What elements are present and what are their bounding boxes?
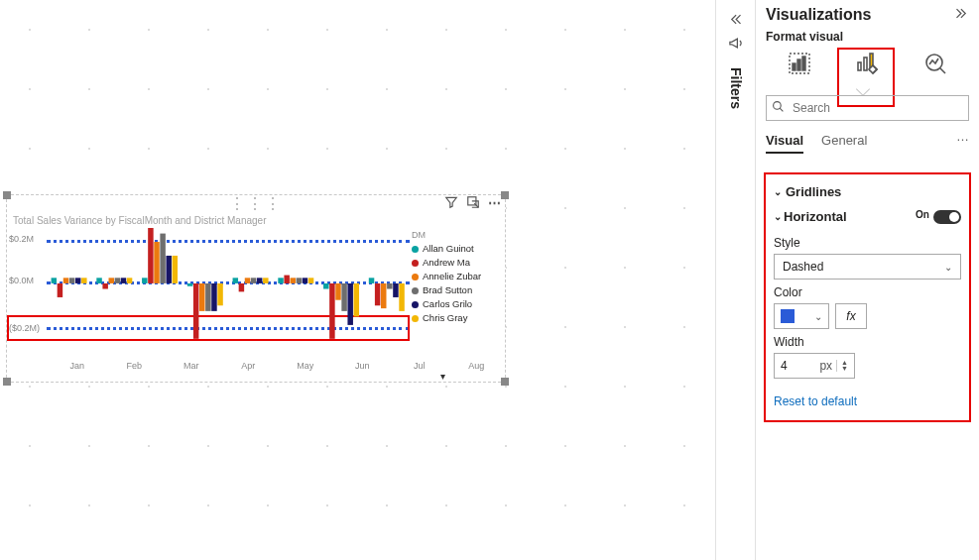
style-dropdown[interactable]: Dashed ⌄ xyxy=(774,254,961,280)
legend-item[interactable]: Brad Sutton xyxy=(412,283,503,297)
svg-rect-8 xyxy=(102,283,107,289)
focus-mode-icon[interactable] xyxy=(466,195,480,212)
tab-general[interactable]: General xyxy=(821,129,867,154)
color-label: Color xyxy=(774,285,961,299)
report-canvas[interactable]: ⋮⋮⋮ ⋯ Total Sales Variance by FiscalMont… xyxy=(0,0,715,560)
announce-icon[interactable] xyxy=(728,36,743,54)
svg-rect-38 xyxy=(329,283,334,339)
step-down-icon[interactable]: ▼ xyxy=(841,366,848,372)
legend-item[interactable]: Carlos Grilo xyxy=(412,297,503,311)
legend-item[interactable]: Annelie Zubar xyxy=(412,270,503,283)
svg-rect-27 xyxy=(245,278,250,283)
svg-rect-7 xyxy=(96,278,101,283)
legend-item-label: Andrew Ma xyxy=(423,256,470,270)
legend-item[interactable]: Andrew Ma xyxy=(412,256,503,270)
svg-rect-50 xyxy=(793,63,795,70)
visual-header[interactable]: ⋮⋮⋮ ⋯ xyxy=(7,195,505,213)
resize-handle[interactable] xyxy=(3,378,11,386)
filters-pane-label[interactable]: Filters xyxy=(728,67,744,109)
svg-rect-51 xyxy=(797,59,800,70)
chart-plot-area: $0.2M $0.0M ($0.2M) xyxy=(7,228,410,361)
tab-visual[interactable]: Visual xyxy=(766,129,803,154)
svg-rect-48 xyxy=(399,283,404,311)
svg-rect-5 xyxy=(75,278,80,283)
horizontal-header[interactable]: ⌄ Horizontal On xyxy=(774,203,961,230)
svg-rect-54 xyxy=(864,57,867,70)
svg-rect-53 xyxy=(858,62,861,70)
color-swatch xyxy=(781,309,795,323)
svg-rect-6 xyxy=(81,278,86,283)
svg-rect-47 xyxy=(393,283,398,297)
filter-icon[interactable] xyxy=(444,195,458,212)
legend-item-label: Carlos Grilo xyxy=(423,297,472,311)
svg-rect-44 xyxy=(375,283,380,305)
legend-item[interactable]: Chris Gray xyxy=(412,311,503,325)
build-visual-button[interactable] xyxy=(782,48,817,79)
x-axis-tick: Jul xyxy=(391,361,448,371)
svg-rect-43 xyxy=(369,278,374,283)
svg-rect-3 xyxy=(63,278,68,283)
width-value: 4 xyxy=(781,359,788,373)
svg-rect-22 xyxy=(205,283,210,311)
horizontal-label: Horizontal xyxy=(784,209,847,224)
svg-rect-10 xyxy=(115,278,120,283)
gridlines-section: ⌄ Gridlines ⌄ Horizontal On Style Dashed… xyxy=(764,172,971,422)
legend-item[interactable]: Allan Guinot xyxy=(412,242,503,256)
svg-rect-19 xyxy=(187,283,192,286)
svg-rect-2 xyxy=(58,283,62,297)
x-axis-tick: Apr xyxy=(220,361,278,371)
legend-overflow-icon[interactable]: ▾ xyxy=(7,371,505,382)
svg-point-57 xyxy=(774,102,782,110)
width-label: Width xyxy=(774,335,961,349)
svg-rect-32 xyxy=(284,276,289,283)
svg-rect-4 xyxy=(69,278,74,283)
legend-dot-icon xyxy=(412,274,419,280)
chevron-down-icon: ⌄ xyxy=(944,262,952,273)
svg-rect-36 xyxy=(308,278,313,283)
svg-rect-33 xyxy=(291,278,296,283)
legend-dot-icon xyxy=(412,246,419,253)
x-axis-tick: May xyxy=(277,361,334,371)
width-stepper[interactable]: 4 px ▲ ▼ xyxy=(774,353,855,379)
svg-rect-12 xyxy=(127,278,132,283)
resize-handle[interactable] xyxy=(501,378,509,386)
x-axis-tick: Feb xyxy=(106,361,164,371)
x-axis-tick: Jan xyxy=(49,361,106,371)
expand-panel-icon[interactable] xyxy=(954,6,969,24)
search-input[interactable] xyxy=(766,95,969,121)
drag-grip-icon[interactable]: ⋮⋮⋮ xyxy=(229,201,283,207)
x-axis-tick: Jun xyxy=(334,361,392,371)
svg-rect-21 xyxy=(199,283,204,311)
x-axis: JanFebMarAprMayJunJulAug xyxy=(7,361,505,371)
gridlines-header[interactable]: ⌄ Gridlines xyxy=(774,180,961,203)
collapse-panel-icon[interactable] xyxy=(728,12,743,30)
reset-to-default-link[interactable]: Reset to default xyxy=(774,394,961,408)
svg-rect-11 xyxy=(121,278,126,283)
svg-rect-41 xyxy=(347,283,352,325)
analytics-button[interactable] xyxy=(918,48,953,79)
svg-rect-24 xyxy=(217,283,222,305)
svg-rect-17 xyxy=(166,256,171,283)
svg-rect-26 xyxy=(239,283,244,291)
panel-subtitle: Format visual xyxy=(756,30,979,44)
more-options-icon[interactable]: ⋯ xyxy=(488,195,501,212)
svg-rect-20 xyxy=(193,283,198,339)
svg-rect-45 xyxy=(381,283,386,308)
visualizations-panel: Visualizations Format visual xyxy=(755,0,979,560)
tabs-overflow-icon[interactable]: … xyxy=(956,129,969,154)
toggle-knob xyxy=(949,212,959,222)
y-axis-tick: $0.0M xyxy=(9,276,34,285)
panel-title: Visualizations xyxy=(766,6,871,24)
svg-rect-25 xyxy=(233,278,238,283)
legend-dot-icon xyxy=(412,301,419,308)
svg-rect-13 xyxy=(142,278,147,283)
conditional-format-button[interactable]: fx xyxy=(835,303,867,329)
color-picker[interactable]: ⌄ xyxy=(774,303,829,329)
filters-rail[interactable]: Filters xyxy=(715,0,755,560)
format-tabs: Visual General … xyxy=(756,129,979,159)
format-visual-button[interactable] xyxy=(849,48,885,79)
chart-visual-frame[interactable]: ⋮⋮⋮ ⋯ Total Sales Variance by FiscalMont… xyxy=(6,194,506,383)
svg-rect-31 xyxy=(278,278,283,283)
horizontal-toggle[interactable]: On xyxy=(933,210,961,224)
y-axis-tick: $0.2M xyxy=(9,234,34,244)
